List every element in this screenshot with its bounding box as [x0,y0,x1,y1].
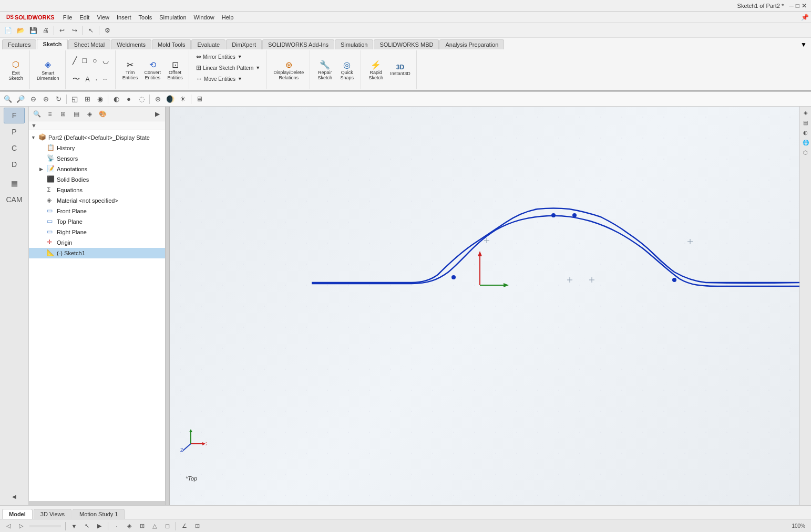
tab-motion-study[interactable]: Motion Study 1 [73,509,125,519]
right-btn-4[interactable]: 🌐 [801,138,810,147]
status-snap1-btn[interactable]: · [111,521,122,531]
menu-item-view[interactable]: View [94,13,112,22]
display-manager-btn[interactable]: ▤ [4,175,25,191]
status-snap2-btn[interactable]: ◈ [124,521,135,531]
tab-sketch[interactable]: Sketch [37,39,67,49]
tab-mold-tools[interactable]: Mold Tools [152,39,191,49]
point-tool-btn[interactable]: · [93,74,100,85]
display-delete-relations-btn[interactable]: ⊛ Display/DeleteRelations [271,54,306,86]
menu-item-simulation[interactable]: Simulation [156,13,189,22]
tree-item-sketch1[interactable]: 📐 (-) Sketch1 [29,248,165,258]
status-filter-btn[interactable]: ▼ [69,521,79,531]
tree-item-sensors[interactable]: 📡 Sensors [29,153,165,164]
menu-item-insert[interactable]: Insert [114,13,135,22]
exit-sketch-btn[interactable]: ⬡ ExitSketch [5,54,26,86]
close-btn[interactable]: ✕ [802,2,807,9]
realview-btn[interactable]: ⊛ [152,93,163,105]
circle-tool-btn[interactable]: ○ [90,55,99,66]
rapid-sketch-btn[interactable]: ⚡ RapidSketch [365,54,386,86]
text-tool-btn[interactable]: A [83,74,93,85]
tree-scroll-handle[interactable] [29,501,165,505]
minimize-btn[interactable]: ─ [789,2,794,9]
pushpin-icon[interactable]: 📌 [801,14,809,21]
tree-item-front-plane[interactable]: ▭ Front Plane [29,206,165,216]
status-prev-btn[interactable]: ◁ [3,521,14,531]
print-btn[interactable]: 🖨 [40,25,52,36]
spline-tool-btn[interactable]: 〜 [70,74,83,85]
redo-btn[interactable]: ↪ [69,25,80,36]
tree-item-right-plane[interactable]: ▭ Right Plane [29,227,165,237]
ambient-btn[interactable]: ☀ [177,93,189,105]
menu-item-help[interactable]: Help [219,13,237,22]
tree-item-top-plane[interactable]: ▭ Top Plane [29,216,165,227]
tab-features[interactable]: Features [2,39,36,49]
dim-xpert-manager-btn[interactable]: D [4,157,25,172]
new-btn[interactable]: 📄 [2,25,14,36]
canvas-splitter[interactable] [166,107,170,505]
tree-view-btn[interactable]: ≡ [44,108,56,120]
move-dropdown-icon[interactable]: ▼ [238,76,242,81]
tree-filter-btn[interactable]: ▤ [70,108,82,120]
tree-item-equations[interactable]: Ʃ Equations [29,185,165,195]
quick-snaps-btn[interactable]: ◎ QuickSnaps [336,54,357,86]
undo-btn[interactable]: ↩ [56,25,68,36]
wireframe-btn[interactable]: ◉ [94,93,106,105]
right-btn-3[interactable]: ◐ [801,128,810,137]
tree-more-btn[interactable]: ▶ [151,108,163,120]
linear-sketch-pattern-btn[interactable]: ⊞ Linear Sketch Pattern ▼ [193,62,263,73]
zoom-in-btn[interactable]: 🔎 [15,93,26,105]
ribbon-expand-btn[interactable]: ▼ [798,40,809,49]
tab-evaluate[interactable]: Evaluate [191,39,225,49]
status-select-btn[interactable]: ▶ [94,521,105,531]
tab-sw-addins[interactable]: SOLIDWORKS Add-Ins [262,39,334,49]
shaded-edges-btn[interactable]: ● [123,93,135,105]
tab-analysis-prep[interactable]: Analysis Preparation [439,39,504,49]
right-btn-1[interactable]: ◈ [801,108,810,117]
mirror-dropdown-icon[interactable]: ▼ [238,54,242,59]
tree-item-history[interactable]: 📋 History [29,143,165,153]
status-cursor-btn[interactable]: ↖ [81,521,92,531]
config-manager-btn[interactable]: C [4,140,25,156]
zoom-to-fit-btn[interactable]: 🔍 [2,93,14,105]
shaded-btn[interactable]: ◐ [110,93,122,105]
tree-collapse-btn[interactable]: ⊞ [57,108,69,120]
open-btn[interactable]: 📂 [15,25,26,36]
instant3d-btn[interactable]: 3D Instant3D [387,54,413,86]
line-tool-btn[interactable]: ╱ [70,55,79,66]
status-angle-btn[interactable]: ∠ [179,521,190,531]
view-3d-btn[interactable]: ◱ [69,93,80,105]
settings-btn[interactable]: ⚙ [101,25,113,36]
mirror-entities-btn[interactable]: ⇔ Mirror Entities ▼ [193,51,263,62]
status-dim-btn[interactable]: ⊡ [192,521,202,531]
zoom-out-btn[interactable]: ⊖ [27,93,39,105]
display-state-btn[interactable]: 🖥 [193,93,205,105]
move-entities-btn[interactable]: ↔ Move Entities ▼ [193,74,263,84]
tab-model[interactable]: Model [2,509,33,519]
menu-item-window[interactable]: Window [191,13,218,22]
right-btn-5[interactable]: ⬡ [801,148,810,157]
tab-sheet-metal[interactable]: Sheet Metal [68,39,111,49]
tab-dimxpert[interactable]: DimXpert [226,39,262,49]
menu-item-tools[interactable]: Tools [136,13,156,22]
offset-entities-btn[interactable]: ⊡ OffsetEntities [165,54,186,86]
linear-dropdown-icon[interactable]: ▼ [255,65,260,70]
tab-sw-mbd[interactable]: SOLIDWORKS MBD [374,39,439,49]
shadows-btn[interactable]: 🌒 [165,93,176,105]
smart-dimension-btn[interactable]: ◈ SmartDimension [34,54,62,86]
canvas-area[interactable]: X Z *Top [170,107,799,505]
tree-search-btn[interactable]: 🔍 [31,108,43,120]
arc-tool-btn[interactable]: ◡ [100,55,111,66]
tree-color-btn[interactable]: 🎨 [97,108,108,120]
maximize-btn[interactable]: □ [796,2,799,9]
right-btn-2[interactable]: ▤ [801,118,810,127]
repair-sketch-btn[interactable]: 🔧 RepairSketch [314,54,335,86]
tab-weldments[interactable]: Weldments [111,39,151,49]
hidden-lines-btn[interactable]: ◌ [136,93,147,105]
status-snap4-btn[interactable]: △ [149,521,160,531]
cursor-btn[interactable]: ↖ [85,25,97,36]
convert-entities-btn[interactable]: ⟲ ConvertEntities [142,54,164,86]
status-snap3-btn[interactable]: ⊞ [137,521,147,531]
tree-item-annotations[interactable]: ▶ 📝 Annotations [29,164,165,174]
feature-manager-btn[interactable]: F [4,108,25,123]
tree-appearance-btn[interactable]: ◈ [84,108,95,120]
